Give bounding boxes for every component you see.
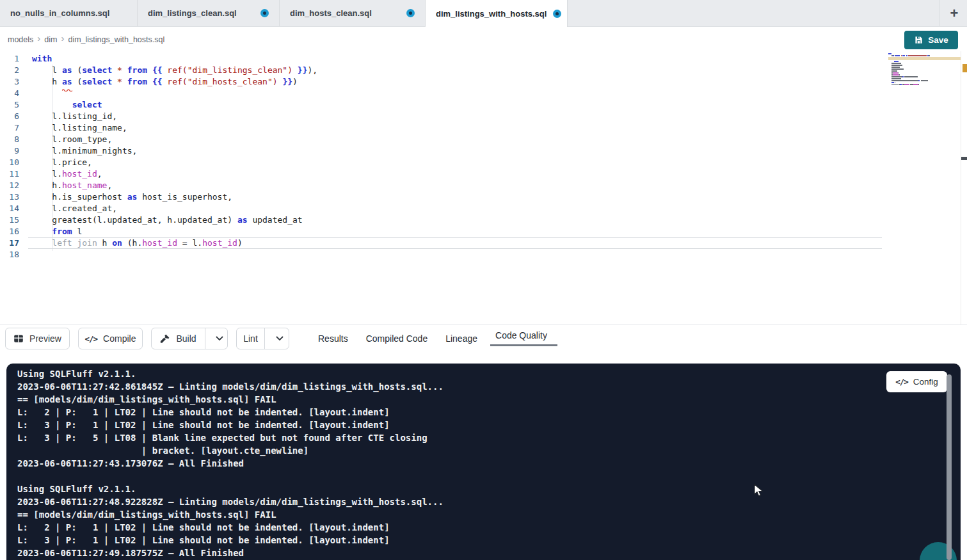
terminal-line: L: 3 | P: 5 | LT08 | Blank line expected…: [17, 431, 444, 444]
code-line-4[interactable]: [32, 88, 317, 99]
code-line-11[interactable]: l.host_id,: [32, 168, 317, 180]
line-number: 14: [0, 203, 28, 214]
open-file-tabs: no_nulls_in_columns.sqldim_listings_clea…: [0, 0, 568, 26]
code-line-15[interactable]: greatest(l.updated_at, h.updated_at) as …: [32, 214, 317, 226]
lint-squiggle-underline: [62, 83, 72, 95]
line-number: 10: [0, 157, 28, 168]
tabbar-divider: [939, 0, 939, 26]
editor-tab-no_nulls_in_columns-sql[interactable]: no_nulls_in_columns.sql: [0, 0, 138, 26]
breadcrumb-chevron-icon: ›: [61, 33, 64, 44]
terminal-line: L: 3 | P: 1 | LT02 | Line should not be …: [17, 419, 444, 431]
overview-ruler[interactable]: [961, 51, 967, 324]
tab-label: dim_listings_with_hosts.sql: [436, 9, 547, 19]
warning-marker: [963, 64, 967, 72]
breadcrumb: models›dim›dim_listings_with_hosts.sql: [8, 33, 164, 45]
panel-tab-compiled-code[interactable]: Compiled Code: [366, 333, 428, 344]
line-number: 18: [0, 249, 28, 260]
plus-icon: +: [950, 5, 959, 22]
breadcrumb-item[interactable]: models: [8, 35, 33, 44]
code-line-14[interactable]: l.created_at,: [32, 203, 317, 214]
line-number: 6: [0, 111, 28, 122]
tab-bar: no_nulls_in_columns.sqldim_listings_clea…: [0, 0, 967, 27]
preview-button[interactable]: Preview: [5, 328, 70, 349]
modified-dot-icon[interactable]: [553, 10, 561, 18]
code-line-17[interactable]: left join h on (h.host_id = l.host_id): [32, 237, 317, 249]
line-number: 17: [0, 237, 28, 249]
code-line-8[interactable]: l.room_type,: [32, 134, 317, 145]
modified-dot-icon[interactable]: [260, 9, 269, 17]
editor-tab-dim_listings_with_hosts-sql[interactable]: dim_listings_with_hosts.sql: [426, 0, 568, 27]
minimap-highlight-bar: [888, 57, 961, 60]
line-number: 16: [0, 226, 28, 237]
terminal-line: Using SQLFluff v2.1.1.: [17, 367, 444, 380]
lint-button[interactable]: Lint: [237, 328, 265, 349]
line-number-gutter: 123456789101112131415161718: [0, 53, 28, 260]
hammer-icon: [160, 333, 170, 344]
terminal-output: Using SQLFluff v2.1.1.2023-06-06T11:27:4…: [17, 367, 444, 559]
code-line-9[interactable]: l.minimum_nights,: [32, 145, 317, 157]
terminal-line: 2023-06-06T11:27:43.173076Z — All Finish…: [17, 457, 444, 470]
terminal-scrollbar[interactable]: [947, 374, 952, 560]
build-button[interactable]: Build: [152, 328, 205, 349]
modified-dot-icon[interactable]: [406, 9, 415, 17]
code-line-1[interactable]: with: [32, 53, 317, 65]
panel-tab-lineage[interactable]: Lineage: [445, 333, 477, 344]
terminal-line: == [models/dim/dim_listings_with_hosts.s…: [17, 508, 444, 521]
code-line-5[interactable]: select: [32, 99, 317, 111]
line-number: 7: [0, 122, 28, 134]
line-number: 4: [0, 88, 28, 99]
code-line-6[interactable]: l.listing_id,: [32, 111, 317, 122]
build-button-group: Build: [151, 328, 228, 349]
action-toolbar: Preview </> Compile Build Lint: [0, 328, 967, 349]
code-line-10[interactable]: l.price,: [32, 157, 317, 168]
terminal-line: 2023-06-06T11:27:48.922828Z — Linting mo…: [17, 495, 444, 508]
terminal-line: [17, 470, 444, 483]
breadcrumb-item[interactable]: dim: [44, 35, 57, 44]
lint-dropdown-button[interactable]: [271, 328, 289, 349]
terminal-line: 2023-06-06T11:27:49.187575Z — All Finish…: [17, 547, 444, 559]
dbt-ide-window: no_nulls_in_columns.sqldim_listings_clea…: [0, 0, 967, 560]
lint-button-group: Lint: [236, 328, 289, 349]
breadcrumb-chevron-icon: ›: [37, 33, 40, 44]
code-line-3[interactable]: h as (select * from {{ ref("dim_hosts_cl…: [32, 76, 317, 88]
compile-button[interactable]: </> Compile: [78, 328, 143, 349]
result-panel-tabs: ResultsCompiled CodeLineageCode Quality: [318, 328, 547, 349]
line-number: 5: [0, 99, 28, 111]
editor-tab-dim_hosts_clean-sql[interactable]: dim_hosts_clean.sql: [280, 0, 426, 26]
line-number: 8: [0, 134, 28, 145]
save-button[interactable]: Save: [904, 31, 958, 49]
panel-tab-code-quality[interactable]: Code Quality: [495, 330, 547, 340]
line-number: 15: [0, 214, 28, 226]
code-line-13[interactable]: h.is_superhost as host_is_superhost,: [32, 191, 317, 203]
code-line-18[interactable]: [32, 249, 317, 260]
line-number: 3: [0, 76, 28, 88]
new-tab-button[interactable]: +: [942, 0, 966, 26]
code-brackets-icon: </>: [85, 334, 98, 344]
code-content[interactable]: with l as (select * from {{ ref("dim_lis…: [32, 53, 317, 260]
code-line-7[interactable]: l.listing_name,: [32, 122, 317, 134]
panel-tab-results[interactable]: Results: [318, 333, 348, 344]
code-brackets-icon: </>: [895, 377, 908, 387]
code-line-2[interactable]: l as (select * from {{ ref("dim_listings…: [32, 65, 317, 76]
terminal-line: Using SQLFluff v2.1.1.: [17, 483, 444, 495]
code-editor[interactable]: 123456789101112131415161718 with l as (s…: [0, 51, 967, 324]
line-number: 12: [0, 180, 28, 191]
code-line-16[interactable]: from l: [32, 226, 317, 237]
line-number: 2: [0, 65, 28, 76]
terminal-line: == [models/dim/dim_listings_with_hosts.s…: [17, 393, 444, 406]
editor-tab-dim_listings_clean-sql[interactable]: dim_listings_clean.sql: [138, 0, 280, 26]
config-button-label: Config: [913, 377, 938, 387]
preview-button-label: Preview: [29, 333, 61, 344]
line-number: 13: [0, 191, 28, 203]
tab-label: dim_listings_clean.sql: [148, 8, 237, 18]
breadcrumb-item: dim_listings_with_hosts.sql: [68, 35, 164, 44]
config-button[interactable]: </> Config: [886, 371, 947, 392]
code-line-12[interactable]: h.host_name,: [32, 180, 317, 191]
build-dropdown-button[interactable]: [211, 328, 227, 349]
build-button-label: Build: [176, 333, 196, 344]
breadcrumb-bar: models›dim›dim_listings_with_hosts.sql S…: [0, 27, 967, 51]
terminal-line: 2023-06-06T11:27:42.861845Z — Linting mo…: [17, 380, 444, 393]
grid-icon: [13, 333, 24, 344]
save-button-label: Save: [928, 35, 948, 45]
tab-label: no_nulls_in_columns.sql: [10, 8, 109, 18]
